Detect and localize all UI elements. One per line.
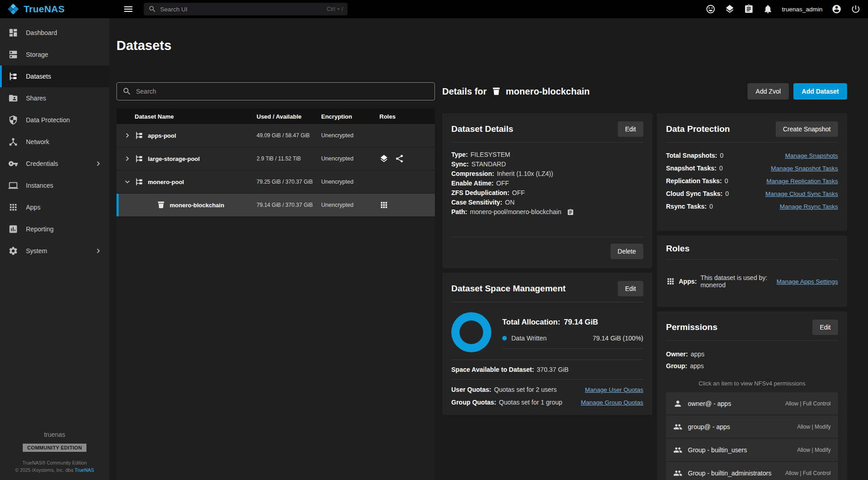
add-dataset-button[interactable]: Add Dataset — [793, 83, 847, 100]
table-row-large-storage-pool[interactable]: large-storage-pool 2.9 TiB / 11.52 TiB U… — [116, 147, 435, 170]
encryption-cell: Unencrypted — [321, 179, 379, 185]
sidebar-item-label: Reporting — [26, 225, 54, 233]
logged-in-username[interactable]: truenas_admin — [782, 6, 823, 13]
details-title: Details for monero-blockchain — [442, 86, 590, 97]
permission-item-owner[interactable]: owner@ - apps Allow | Full Control — [666, 392, 838, 415]
card-title: Roles — [666, 244, 690, 254]
copyright-line: © 2025 iXsystems, Inc. dba TrueNAS — [0, 466, 109, 474]
replication-tasks-row: Replication Tasks: 0 Manage Replication … — [666, 177, 838, 185]
edit-dataset-details-button[interactable]: Edit — [618, 121, 643, 137]
dataset-name: monero-pool — [148, 179, 184, 185]
edit-permissions-button[interactable]: Edit — [812, 320, 838, 335]
search-icon — [148, 5, 156, 13]
permission-item-builtin-users[interactable]: Group - builtin_users Allow | Modify — [666, 439, 838, 461]
collapse-row-button[interactable] — [122, 176, 133, 187]
sidebar-item-apps[interactable]: Apps — [0, 196, 109, 218]
manage-user-quotas-link[interactable]: Manage User Quotas — [585, 386, 643, 393]
expand-row-button[interactable] — [122, 153, 133, 164]
table-row-apps-pool[interactable]: apps-pool 49.09 GiB / 58.47 GiB Unencryp… — [116, 124, 435, 147]
sidebar: Dashboard Storage Datasets Shares Data P… — [0, 18, 109, 480]
sidebar-item-instances[interactable]: Instances — [0, 175, 109, 196]
table-row-monero-blockchain[interactable]: monero-blockchain 79.14 GiB / 370.37 GiB… — [116, 194, 435, 217]
cloud-sync-tasks-row: Cloud Sync Tasks: 0 Manage Cloud Sync Ta… — [666, 190, 838, 197]
snapshot-tasks-row: Snapshot Tasks: 0 Manage Snapshot Tasks — [666, 165, 838, 172]
permissions-card: Permissions Edit Owner: apps Group: — [657, 311, 847, 480]
feedback-button[interactable] — [706, 4, 716, 14]
manage-rsync-tasks-link[interactable]: Manage Rsync Tasks — [780, 203, 838, 210]
dataset-bucket-icon — [491, 86, 501, 96]
power-button[interactable] — [851, 4, 861, 14]
role-layers-icon[interactable] — [379, 154, 389, 163]
sidebar-item-datasets[interactable]: Datasets — [0, 65, 109, 87]
expand-row-button[interactable] — [122, 130, 133, 141]
field-label: Type: — [451, 150, 468, 160]
truenas-logo[interactable]: TrueNAS — [0, 3, 109, 15]
manage-snapshots-link[interactable]: Manage Snapshots — [785, 152, 838, 159]
space-donut-chart — [451, 312, 491, 352]
field-label: Enable Atime: — [451, 179, 494, 188]
group-icon — [673, 422, 682, 431]
roles-cell — [379, 154, 435, 163]
field-value: FILESYSTEM — [470, 150, 510, 160]
copy-path-button[interactable] — [567, 209, 574, 216]
pool-tree-icon — [135, 154, 144, 163]
manage-apps-settings-link[interactable]: Manage Apps Settings — [777, 278, 838, 285]
shield-icon — [8, 115, 18, 125]
dataset-table-header: Dataset Name Used / Available Encryption… — [116, 109, 435, 124]
sidebar-item-network[interactable]: Network — [0, 131, 109, 153]
sidebar-item-shares[interactable]: Shares — [0, 87, 109, 109]
details-title-prefix: Details for — [442, 86, 487, 97]
update-status-button[interactable] — [725, 4, 735, 14]
group-quotas-value: Quotas set for 1 group — [499, 399, 562, 406]
truenas-link[interactable]: TrueNAS — [75, 467, 94, 473]
computer-icon — [8, 180, 18, 190]
sidebar-item-data-protection[interactable]: Data Protection — [0, 109, 109, 131]
permission-item-builtin-administrators[interactable]: Group - builtin_administrators Allow | F… — [666, 462, 838, 480]
hostname: truenas — [0, 431, 109, 438]
field-label: Path: — [451, 207, 467, 217]
dashboard-icon — [8, 28, 18, 38]
hamburger-icon — [123, 4, 134, 15]
apps-role-text: This dataset is used by: monerod — [701, 274, 773, 289]
sidebar-item-label: Datasets — [26, 73, 51, 80]
roles-card: Roles Apps: This dataset is used by: mon… — [657, 235, 847, 307]
global-search-input[interactable] — [160, 6, 323, 13]
apps-grid-icon — [8, 202, 18, 212]
dataset-name: large-storage-pool — [148, 155, 200, 162]
legend-value: 79.14 GiB (100%) — [593, 335, 643, 342]
permission-item-group-at[interactable]: group@ - apps Allow | Modify — [666, 415, 838, 438]
delete-dataset-button[interactable]: Delete — [611, 244, 643, 259]
dataset-search-input[interactable] — [136, 88, 429, 95]
topbar-actions: truenas_admin — [706, 4, 868, 14]
table-row-monero-pool[interactable]: monero-pool 79.25 GiB / 370.37 GiB Unenc… — [116, 170, 435, 194]
space-available-label: Space Available to Dataset: — [451, 366, 534, 373]
field-value: OFF — [512, 188, 525, 198]
role-apps-icon[interactable] — [379, 200, 389, 210]
data-protection-card: Data Protection Create Snapshot Total Sn… — [657, 113, 847, 231]
details-panel: Details for monero-blockchain Add Zvol A… — [442, 82, 868, 480]
total-snapshots-row: Total Snapshots: 0 Manage Snapshots — [666, 152, 838, 159]
add-zvol-button[interactable]: Add Zvol — [747, 83, 789, 100]
manage-replication-tasks-link[interactable]: Manage Replication Tasks — [767, 178, 838, 185]
account-button[interactable] — [832, 4, 842, 14]
edit-space-button[interactable]: Edit — [618, 281, 643, 296]
sidebar-item-system[interactable]: System — [0, 240, 109, 262]
dataset-name: apps-pool — [148, 132, 176, 139]
column-header-dataset-name: Dataset Name — [116, 113, 257, 120]
edition-badge: COMMUNITY EDITION — [23, 444, 86, 452]
sidebar-toggle-button[interactable] — [123, 4, 134, 15]
sidebar-item-credentials[interactable]: Credentials — [0, 153, 109, 175]
manage-group-quotas-link[interactable]: Manage Group Quotas — [581, 399, 643, 406]
field-value: STANDARD — [471, 160, 506, 169]
alerts-button[interactable] — [763, 4, 773, 14]
sidebar-item-reporting[interactable]: Reporting — [0, 218, 109, 240]
create-snapshot-button[interactable]: Create Snapshot — [776, 121, 838, 137]
jobs-button[interactable] — [744, 4, 754, 14]
sidebar-item-dashboard[interactable]: Dashboard — [0, 22, 109, 44]
manage-snapshot-tasks-link[interactable]: Manage Snapshot Tasks — [771, 165, 838, 172]
card-title: Permissions — [666, 322, 717, 332]
folder-shared-icon — [8, 93, 18, 103]
sidebar-item-storage[interactable]: Storage — [0, 44, 109, 65]
manage-cloud-sync-tasks-link[interactable]: Manage Cloud Sync Tasks — [765, 190, 838, 197]
role-share-icon[interactable] — [395, 154, 404, 163]
